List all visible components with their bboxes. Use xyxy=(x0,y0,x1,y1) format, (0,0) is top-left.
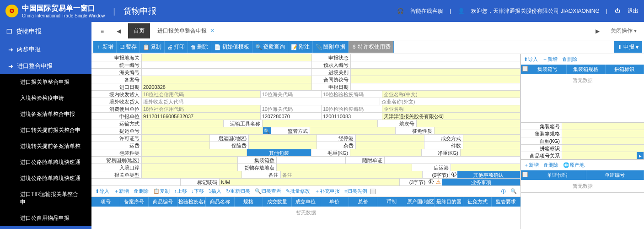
checkbox[interactable] xyxy=(370,189,376,194)
toolbar-复制[interactable]: 📋复制 xyxy=(140,41,165,53)
toolbar-随附单据[interactable]: 📎随附单据 xyxy=(313,41,349,53)
input[interactable]: 境外收发货人代码 xyxy=(142,98,380,105)
toolbar-资质查询[interactable]: 🔍资质查询 xyxy=(252,41,288,53)
input[interactable] xyxy=(142,54,312,61)
input[interactable] xyxy=(562,152,637,159)
input[interactable] xyxy=(351,76,521,83)
support-link[interactable]: 智能在线客服 xyxy=(410,7,443,15)
toolbar-新增[interactable]: ＋新增 xyxy=(93,41,117,53)
sidebar-item[interactable]: 进境备案清单整合申报 xyxy=(0,106,91,122)
other-package-button[interactable]: 其他包装 xyxy=(247,149,311,156)
col-head[interactable]: 原产国(地区) xyxy=(406,197,435,207)
input[interactable] xyxy=(351,83,521,90)
toolbar-打印[interactable]: 🖨打印 xyxy=(165,41,188,53)
input[interactable] xyxy=(142,120,224,127)
sidebar-item[interactable]: 进口转关提前报关整合申 xyxy=(0,122,91,138)
checkbox[interactable] xyxy=(522,66,528,71)
col-head[interactable]: 商品名称 xyxy=(206,197,235,207)
link-删除[interactable]: 🗑删除 xyxy=(542,161,560,169)
input[interactable] xyxy=(142,127,263,134)
input[interactable] xyxy=(277,164,413,171)
input[interactable]: 10位海关代码 xyxy=(261,105,322,112)
input[interactable] xyxy=(249,135,317,142)
link-新增[interactable]: ＋新增 xyxy=(541,55,559,64)
next-tab-icon[interactable]: ▶ xyxy=(590,24,605,38)
input[interactable] xyxy=(562,130,644,137)
power-icon[interactable]: ⏻ xyxy=(614,8,621,14)
input[interactable]: 备注 xyxy=(281,171,423,178)
input[interactable]: 天津津通报关股份有限公司 xyxy=(382,113,521,120)
input[interactable] xyxy=(142,171,242,178)
input[interactable]: 20200328 xyxy=(142,83,312,90)
col-head[interactable]: 成交单位 xyxy=(292,197,321,207)
sidebar-item[interactable]: ➜出口整合申报 xyxy=(0,226,91,229)
input[interactable]: 10位海关代码 xyxy=(261,91,322,98)
sidebar-item[interactable]: 进境转关提前备案清单整 xyxy=(0,138,91,154)
link-重新归类[interactable]: ↻重新归类 xyxy=(224,187,252,196)
input[interactable] xyxy=(562,145,644,152)
alert-icon[interactable]: 🛈 xyxy=(499,188,508,195)
logout-link[interactable]: 退出 xyxy=(628,7,639,15)
input[interactable] xyxy=(263,120,378,127)
input[interactable] xyxy=(142,69,312,76)
apply-button[interactable]: ⬆ 申报 ▾ xyxy=(614,41,642,53)
prev-tab-icon[interactable]: ◀ xyxy=(111,24,126,38)
biz-button[interactable]: 业务事项 xyxy=(442,179,521,185)
input[interactable] xyxy=(562,123,644,130)
sidebar-item[interactable]: 进口报关单整合申报 xyxy=(0,74,91,90)
input[interactable]: 企业名称 xyxy=(382,105,521,112)
search-button[interactable]: 🔍 xyxy=(263,127,271,134)
sidebar-item[interactable]: 进口公自用物品申报 xyxy=(0,210,91,226)
link-新增[interactable]: ＋新增 xyxy=(112,187,131,196)
close-icon[interactable]: ✕ xyxy=(210,27,215,34)
link-新增[interactable]: ＋新增 xyxy=(522,161,541,169)
link-删除[interactable]: 🗑删除 xyxy=(132,187,150,196)
input[interactable] xyxy=(461,149,521,156)
link-复制[interactable]: 📋复制 xyxy=(151,187,172,196)
input[interactable] xyxy=(277,157,346,164)
input[interactable] xyxy=(562,137,644,144)
sidebar-item[interactable]: 进口公路舱单跨境快速通 xyxy=(0,154,91,170)
col-head[interactable]: 币制 xyxy=(377,197,406,207)
input[interactable]: 18位社会信用代码 xyxy=(142,91,261,98)
sidebar-item[interactable]: 进境公路舱单跨境快速通 xyxy=(0,170,91,186)
toolbar-删除[interactable]: 🗑删除 xyxy=(188,41,211,53)
col-head[interactable]: 检验检疫名称 xyxy=(177,197,206,207)
link-下移[interactable]: ↓下移 xyxy=(190,187,206,196)
toolbar-暂存[interactable]: 🖫暂存 xyxy=(117,41,140,53)
tab-home[interactable]: 首页 xyxy=(128,23,150,38)
col-head[interactable]: 备案序号 xyxy=(120,197,149,207)
input[interactable]: 18位社会信用代码 xyxy=(142,105,261,112)
link-插入[interactable]: ⤵插入 xyxy=(207,187,223,196)
input[interactable]: 企业名称(外文) xyxy=(380,98,521,105)
sidebar-item[interactable]: 进口TIR运输报关单整合申 xyxy=(0,186,91,210)
col-head[interactable]: 监管要求 xyxy=(492,197,521,207)
link-导入[interactable]: ⬆导入 xyxy=(522,55,540,64)
input[interactable] xyxy=(356,135,424,142)
close-ops[interactable]: 关闭操作 ▾ xyxy=(607,23,640,38)
input[interactable] xyxy=(142,164,238,171)
info-icon[interactable]: 🛈 xyxy=(427,179,435,185)
input[interactable]: 1200110083 xyxy=(322,113,382,120)
link-补充申报[interactable]: ＋补充申报 xyxy=(313,187,342,196)
col-head[interactable]: 商品编号 xyxy=(149,197,177,207)
col-head[interactable]: 成交数量 xyxy=(263,197,292,207)
input[interactable] xyxy=(142,135,210,142)
checkbox[interactable] xyxy=(522,172,528,177)
col-head[interactable]: 项号 xyxy=(91,197,120,207)
input[interactable] xyxy=(435,127,521,134)
input[interactable]: 企业名称(中文) xyxy=(382,91,521,98)
input[interactable] xyxy=(417,120,521,127)
input[interactable] xyxy=(356,142,424,149)
input[interactable] xyxy=(142,157,238,164)
link-删除[interactable]: 🗑删除 xyxy=(560,55,579,64)
input[interactable] xyxy=(142,142,210,149)
input[interactable] xyxy=(142,61,312,68)
sidebar-item[interactable]: ➜两步申报 xyxy=(0,41,91,58)
input[interactable]: 911201166005832037 xyxy=(142,113,261,120)
rel-button[interactable]: ▸ xyxy=(637,152,644,159)
link-归类查看[interactable]: 🔍归类查看 xyxy=(253,187,283,196)
input[interactable] xyxy=(249,142,317,149)
input[interactable] xyxy=(351,61,521,68)
input[interactable] xyxy=(385,157,521,164)
